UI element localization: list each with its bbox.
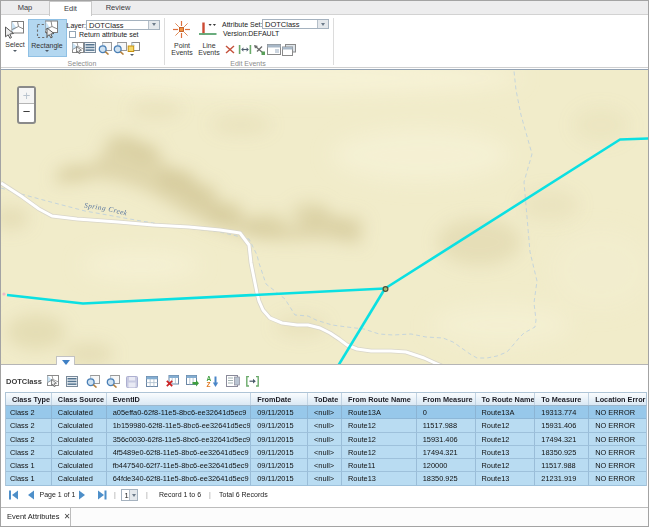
svg-text:Z: Z — [207, 381, 211, 388]
